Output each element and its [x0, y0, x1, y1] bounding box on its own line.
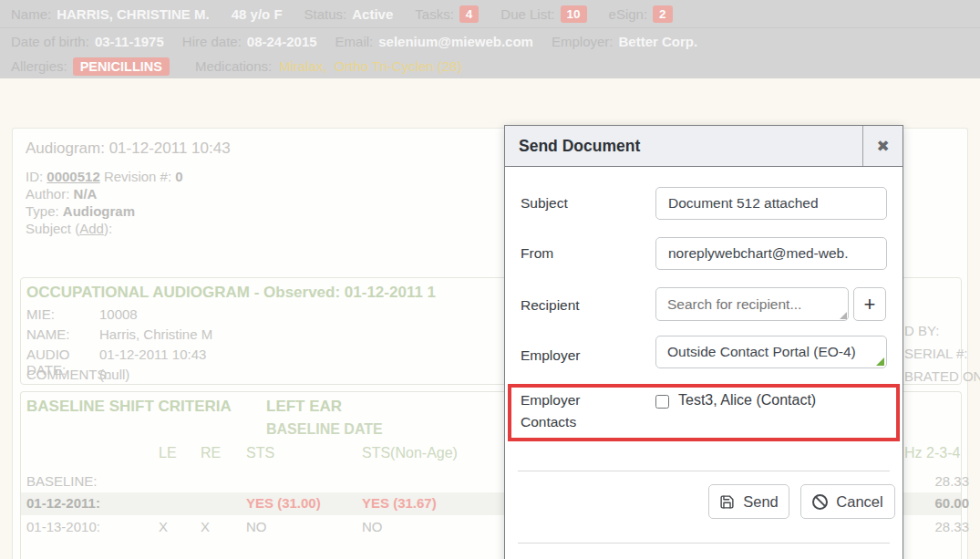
tested-by-fragment: D BY:	[904, 323, 939, 338]
document-author-line: Author: N/A	[26, 185, 231, 202]
col-le: LE	[159, 445, 177, 461]
save-icon	[719, 494, 735, 510]
kv-row: NAME: Harris, Christine M	[26, 326, 212, 342]
plus-icon: +	[864, 293, 876, 316]
cancel-icon	[812, 494, 828, 510]
email-label: Email:	[335, 34, 374, 49]
kv-label: NAME:	[26, 326, 99, 342]
cancel-button[interactable]: Cancel	[800, 484, 895, 519]
from-input[interactable]	[655, 237, 887, 270]
esign-label: eSign:	[609, 6, 648, 22]
send-button-label: Send	[743, 493, 779, 511]
resize-handle-icon[interactable]	[876, 357, 884, 366]
medication-link-2[interactable]: Ortho Tri-Cyclen (28)	[335, 58, 462, 74]
close-button[interactable]: ✖	[862, 126, 903, 166]
cell-sts: YES (31.00)	[246, 495, 321, 511]
hz-column-heading: Hz 2-3-4	[904, 445, 960, 461]
recipient-search-input[interactable]	[655, 287, 849, 321]
author-label: Author:	[26, 186, 69, 202]
employer-field-label: Employer	[521, 347, 580, 364]
medications-label: Medications:	[195, 58, 272, 74]
employer-contacts-label: Employer Contacts	[521, 389, 603, 433]
tasks-count-badge[interactable]: 4	[459, 5, 480, 23]
subject-suffix: ):	[104, 221, 112, 236]
cell-sts: NO	[246, 519, 267, 534]
close-icon: ✖	[876, 137, 889, 156]
employer-select[interactable]	[655, 336, 887, 368]
recipient-label: Recipient	[521, 297, 580, 314]
due-list-label: Due List:	[500, 6, 554, 22]
screen: Name: HARRIS, CHRISTINE M. 48 y/o F Stat…	[0, 0, 980, 559]
contact-option-label: Test3, Alice (Contact)	[678, 392, 816, 409]
serial-fragment: SERIAL #:	[904, 346, 967, 361]
cancel-button-label: Cancel	[836, 493, 882, 511]
document-subject-line: Subject (Add):	[26, 220, 231, 237]
document-type-line: Type: Audiogram	[26, 202, 231, 220]
author-value: N/A	[74, 186, 98, 202]
kv-value: Harris, Christine M	[99, 326, 212, 342]
patient-age-sex: 48 y/o F	[232, 6, 283, 22]
id-label: ID:	[26, 169, 43, 184]
type-value: Audiogram	[63, 203, 135, 219]
cell-sts-non-age: YES (31.67)	[362, 495, 437, 511]
status-value: Active	[352, 6, 393, 22]
subject-add-link[interactable]: Add	[79, 221, 104, 236]
revision-value: 0	[175, 169, 182, 184]
type-label: Type:	[26, 203, 59, 219]
calibrated-fragment: BRATED ON	[904, 368, 980, 384]
kv-row: COMMENTS: (null)	[26, 367, 129, 382]
row-label: BASELINE:	[26, 473, 98, 489]
patient-header-row2: Date of birth: 03-11-1975 Hire date: 08-…	[0, 29, 980, 54]
cell-re: X	[201, 519, 210, 534]
baseline-date-subheading: BASELINE DATE	[266, 421, 383, 438]
patient-name: HARRIS, CHRISTINE M.	[57, 6, 210, 22]
hire-date-value: 08-24-2015	[247, 34, 317, 49]
name-label: Name:	[11, 6, 51, 22]
subject-prefix: Subject (	[26, 221, 79, 236]
recipient-search-wrap	[655, 287, 849, 321]
resize-grip-icon[interactable]	[840, 312, 847, 319]
send-button[interactable]: Send	[708, 484, 789, 519]
tasks-label: Tasks:	[415, 6, 454, 22]
document-title: Audiogram: 01-12-2011 10:43	[26, 140, 231, 158]
modal-header: Send Document ✖	[505, 126, 903, 167]
dob-value: 03-11-1975	[95, 34, 164, 49]
document-id-link[interactable]: 0000512	[46, 169, 99, 184]
contact-checkbox[interactable]	[655, 395, 669, 409]
patient-header: Name: HARRIS, CHRISTINE M. 48 y/o F Stat…	[0, 0, 980, 78]
employer-label: Employer:	[552, 34, 614, 49]
subject-input[interactable]	[655, 187, 887, 220]
employer-select-wrap	[655, 336, 887, 368]
add-recipient-button[interactable]: +	[853, 287, 886, 321]
allergy-badge[interactable]: PENICILLINS	[73, 57, 170, 76]
patient-header-row1: Name: HARRIS, CHRISTINE M. 48 y/o F Stat…	[0, 0, 980, 28]
row-label: 01-12-2011:	[26, 495, 100, 511]
cell-le: X	[159, 519, 168, 534]
baseline-heading: BASELINE SHIFT CRITERIA	[26, 398, 232, 416]
employer-value: Better Corp.	[618, 34, 697, 49]
kv-value: (null)	[99, 367, 129, 382]
status-label: Status:	[304, 6, 347, 22]
from-label: From	[521, 245, 553, 262]
due-list-count-badge[interactable]: 10	[561, 5, 587, 23]
document-info: Audiogram: 01-12-2011 10:43 ID: 0000512 …	[26, 140, 231, 237]
row-label: 01-13-2010:	[26, 519, 100, 534]
col-sts: STS	[246, 445, 274, 461]
cell-sts-non-age: NO	[362, 519, 383, 534]
kv-label: COMMENTS:	[26, 367, 99, 382]
col-re: RE	[201, 445, 221, 461]
send-document-modal: Send Document ✖ Subject From Recipient +…	[504, 125, 903, 559]
col-sts-non-age: STS(Non-Age)	[362, 445, 458, 461]
subject-label: Subject	[521, 195, 568, 212]
medication-link-1[interactable]: Miralax,	[279, 58, 327, 74]
hire-date-label: Hire date:	[182, 34, 242, 49]
esign-count-badge[interactable]: 2	[653, 5, 673, 23]
kv-row: MIE: 10008	[26, 306, 138, 322]
patient-header-row3: Allergies: PENICILLINS Medications: Mira…	[0, 54, 980, 78]
allergies-label: Allergies:	[11, 58, 67, 74]
email-value: selenium@mieweb.com	[378, 34, 533, 49]
kv-label: MIE:	[26, 306, 99, 322]
left-ear-heading: LEFT EAR	[266, 398, 342, 416]
modal-title: Send Document	[519, 126, 640, 167]
kv-value: 10008	[99, 306, 138, 322]
